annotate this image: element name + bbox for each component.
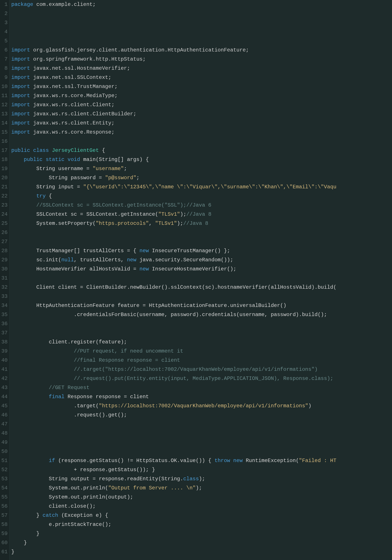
code-line[interactable]: System.out.println(output); (11, 493, 392, 502)
code-line[interactable]: .target("https://localhost:7002/VaquarKh… (11, 401, 392, 410)
token-ident: ; (114, 84, 118, 90)
code-line[interactable]: import org.springframework.http.HttpStat… (11, 55, 392, 64)
token-pale: Entity (93, 120, 111, 126)
code-line[interactable]: String input = "{\"userId\":\"12345\",\"… (11, 182, 392, 192)
token-ident (11, 458, 49, 464)
code-line[interactable]: SSLContext sc = SSLContext.getInstance("… (11, 210, 392, 219)
code-line[interactable]: public class JerseyClientGet { (11, 146, 392, 155)
code-line[interactable]: if (response.getStatus() != HttpStatus.O… (11, 456, 392, 465)
code-line[interactable] (11, 137, 392, 146)
code-line[interactable] (11, 9, 392, 18)
token-ident: sc.init( (11, 257, 61, 263)
line-number: 54 (1, 484, 8, 493)
code-line[interactable]: System.out.println("Output from Server .… (11, 484, 392, 493)
token-pale: org (30, 56, 43, 62)
token-ident: ; (93, 1, 96, 7)
line-number: 59 (1, 529, 8, 538)
token-pale: javax (30, 129, 49, 135)
code-line[interactable]: //.target("https://localhost:7002/Vaquar… (11, 365, 392, 374)
code-editor[interactable]: 1234567891011121314151617181920212223242… (0, 0, 392, 560)
token-pale: core (71, 129, 83, 135)
code-line[interactable]: import javax.ws.rs.client.Client; (11, 100, 392, 110)
code-line[interactable]: final Response response = client (11, 392, 392, 401)
code-line[interactable]: System.setProperty("https.protocols", "T… (11, 219, 392, 228)
token-ident: ; (124, 166, 127, 172)
code-line[interactable]: try { (11, 192, 392, 201)
code-line[interactable] (11, 429, 392, 438)
token-pale: javax (30, 84, 49, 90)
code-line[interactable]: } (11, 538, 392, 547)
code-line[interactable]: sc.init(null, trustAllCerts, new java.se… (11, 255, 392, 265)
line-number: 56 (1, 502, 8, 511)
code-line[interactable] (11, 18, 392, 27)
code-line[interactable] (11, 447, 392, 456)
code-line[interactable]: //PUT request, if need uncomment it (11, 347, 392, 356)
line-number: 1 (1, 0, 8, 9)
code-line[interactable] (11, 292, 392, 301)
token-pale: javax (30, 111, 49, 117)
token-pale: rs (61, 93, 68, 99)
code-line[interactable]: String username = "username"; (11, 164, 392, 173)
code-line[interactable]: import javax.net.ssl.SSLContext; (11, 73, 392, 82)
code-line[interactable]: client.register(feature); (11, 338, 392, 347)
token-dot: . (58, 102, 61, 108)
line-number: 21 (1, 182, 8, 192)
code-line[interactable]: } (11, 547, 392, 557)
line-number: 20 (1, 173, 8, 182)
token-pale: javax (30, 65, 49, 71)
code-line[interactable] (11, 237, 392, 246)
code-line[interactable] (11, 329, 392, 338)
token-dot: . (49, 129, 52, 135)
code-line[interactable]: client.close(); (11, 502, 392, 511)
code-line[interactable] (11, 37, 392, 46)
code-line[interactable]: //final Response response = client (11, 356, 392, 365)
token-dot: . (68, 102, 70, 108)
code-line[interactable]: .request().get(); (11, 410, 392, 420)
code-line[interactable]: Client client = ClientBuilder.newBuilder… (11, 283, 392, 292)
code-line[interactable]: } (11, 529, 392, 538)
code-line[interactable] (11, 438, 392, 447)
code-line[interactable] (11, 319, 392, 329)
code-line[interactable]: e.printStackTrace(); (11, 520, 392, 529)
token-ident: RuntimeException( (243, 458, 299, 464)
code-line[interactable]: } catch (Exception e) { (11, 511, 392, 520)
token-cmt: //.target("https://localhost:7002/Vaquar… (74, 366, 318, 372)
code-line[interactable]: String output = response.readEntity(Stri… (11, 474, 392, 484)
code-line[interactable]: import javax.ws.rs.client.ClientBuilder; (11, 110, 392, 119)
code-line[interactable]: .credentialsForBasic(username, password)… (11, 310, 392, 319)
line-number: 51 (1, 456, 8, 465)
token-ident: ; (114, 93, 118, 99)
code-line[interactable]: HostnameVerifier allHostsValid = new Ins… (11, 265, 392, 274)
code-line[interactable]: + response.getStatus()); } (11, 465, 392, 474)
token-pale: SSLContext (77, 74, 108, 80)
code-line[interactable] (11, 27, 392, 37)
code-line[interactable]: TrustManager[] trustAllCerts = { new Ins… (11, 246, 392, 255)
code-line[interactable]: //SSLContext sc = SSLContext.getInstance… (11, 201, 392, 210)
token-ident: Response response = client (64, 394, 149, 400)
code-line[interactable]: //GET Request (11, 383, 392, 392)
code-line[interactable]: import javax.net.ssl.HostnameVerifier; (11, 64, 392, 73)
token-kw: class (33, 148, 49, 153)
token-ident: System.out.println( (11, 485, 108, 491)
code-line[interactable]: import javax.ws.rs.core.MediaType; (11, 91, 392, 100)
token-ident: e.printStackTrace(); (11, 521, 111, 527)
code-line[interactable]: String password = "p@ssword"; (11, 173, 392, 182)
code-content[interactable]: package com.example.client; import org.g… (10, 0, 392, 560)
code-line[interactable]: package com.example.client; (11, 0, 392, 9)
token-kw: import (11, 93, 30, 99)
code-line[interactable]: //.request().put(Entity.entity(input, Me… (11, 374, 392, 383)
code-line[interactable]: public static void main(String[] args) { (11, 155, 392, 164)
token-ident: String password = (11, 175, 105, 181)
code-line[interactable]: import javax.net.ssl.TrustManager; (11, 82, 392, 91)
code-line[interactable] (11, 420, 392, 429)
token-pale: Response (86, 129, 111, 135)
code-line[interactable]: import org.glassfish.jersey.client.authe… (11, 46, 392, 55)
code-line[interactable]: import javax.ws.rs.core.Response; (11, 128, 392, 137)
token-str: "Failed : HT (299, 458, 336, 464)
code-line[interactable] (11, 274, 392, 283)
code-line[interactable]: import javax.ws.rs.client.Entity; (11, 119, 392, 128)
code-line[interactable] (11, 228, 392, 237)
token-ident: + response.getStatus()); } (11, 467, 155, 473)
token-dot: . (49, 65, 52, 71)
code-line[interactable]: HttpAuthenticationFeature feature = Http… (11, 301, 392, 310)
